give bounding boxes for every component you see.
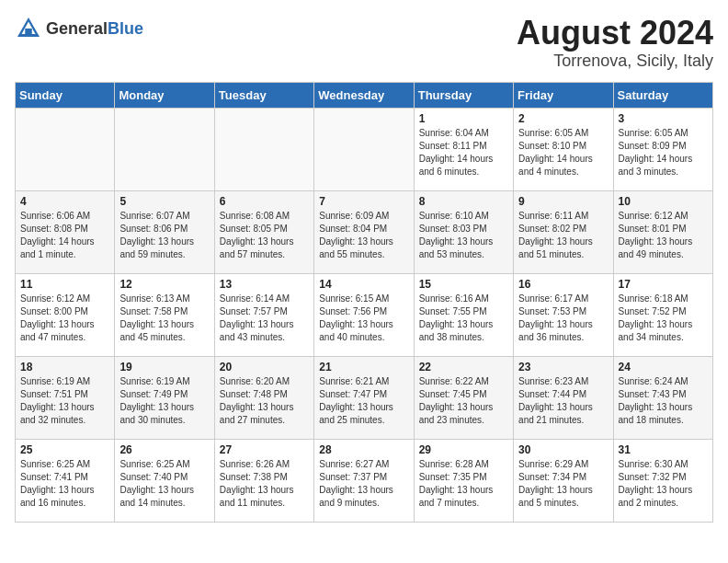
day-info: Sunrise: 6:16 AMSunset: 7:55 PMDaylight:…	[419, 293, 508, 344]
day-number: 16	[518, 278, 608, 291]
day-info: Sunrise: 6:23 AMSunset: 7:44 PMDaylight:…	[518, 375, 608, 427]
weekday-header-wednesday: Wednesday	[314, 82, 414, 108]
day-info: Sunrise: 6:29 AMSunset: 7:34 PMDaylight:…	[518, 458, 608, 510]
calendar-cell: 22Sunrise: 6:22 AMSunset: 7:45 PMDayligh…	[414, 356, 513, 439]
day-info: Sunrise: 6:12 AMSunset: 8:00 PMDaylight:…	[20, 293, 109, 344]
logo: GeneralBlue	[15, 15, 143, 42]
day-info: Sunrise: 6:19 AMSunset: 7:51 PMDaylight:…	[20, 375, 109, 427]
calendar-cell: 21Sunrise: 6:21 AMSunset: 7:47 PMDayligh…	[314, 356, 414, 439]
day-number: 14	[319, 278, 408, 291]
day-number: 3	[619, 112, 708, 125]
calendar-cell: 12Sunrise: 6:13 AMSunset: 7:58 PMDayligh…	[115, 273, 214, 356]
day-info: Sunrise: 6:13 AMSunset: 7:58 PMDaylight:…	[119, 293, 209, 344]
calendar-cell: 2Sunrise: 6:05 AMSunset: 8:10 PMDaylight…	[514, 108, 613, 190]
day-number: 26	[119, 443, 209, 456]
day-info: Sunrise: 6:25 AMSunset: 7:40 PMDaylight:…	[119, 458, 209, 510]
calendar-cell: 26Sunrise: 6:25 AMSunset: 7:40 PMDayligh…	[115, 439, 214, 522]
calendar-cell: 31Sunrise: 6:30 AMSunset: 7:32 PMDayligh…	[613, 439, 712, 522]
day-number: 6	[220, 195, 309, 208]
day-info: Sunrise: 6:26 AMSunset: 7:38 PMDaylight:…	[220, 458, 309, 510]
day-info: Sunrise: 6:28 AMSunset: 7:35 PMDaylight:…	[419, 458, 508, 510]
day-info: Sunrise: 6:15 AMSunset: 7:56 PMDaylight:…	[319, 293, 408, 344]
day-number: 4	[20, 195, 109, 208]
calendar-cell: 5Sunrise: 6:07 AMSunset: 8:06 PMDaylight…	[115, 190, 214, 273]
day-info: Sunrise: 6:19 AMSunset: 7:49 PMDaylight:…	[119, 375, 209, 427]
calendar-cell: 24Sunrise: 6:24 AMSunset: 7:43 PMDayligh…	[613, 356, 712, 439]
day-number: 15	[419, 278, 508, 291]
weekday-header-sunday: Sunday	[16, 82, 115, 108]
calendar-week-4: 18Sunrise: 6:19 AMSunset: 7:51 PMDayligh…	[16, 356, 713, 439]
calendar-cell: 29Sunrise: 6:28 AMSunset: 7:35 PMDayligh…	[414, 439, 513, 522]
day-info: Sunrise: 6:17 AMSunset: 7:53 PMDaylight:…	[518, 293, 608, 344]
month-title: August 2024	[517, 15, 713, 52]
day-number: 1	[419, 112, 508, 125]
calendar-cell: 14Sunrise: 6:15 AMSunset: 7:56 PMDayligh…	[314, 273, 414, 356]
day-info: Sunrise: 6:18 AMSunset: 7:52 PMDaylight:…	[619, 293, 708, 344]
calendar-cell: 28Sunrise: 6:27 AMSunset: 7:37 PMDayligh…	[314, 439, 414, 522]
day-number: 30	[518, 443, 608, 456]
weekday-header-tuesday: Tuesday	[214, 82, 313, 108]
calendar-cell: 27Sunrise: 6:26 AMSunset: 7:38 PMDayligh…	[214, 439, 313, 522]
weekday-header-row: SundayMondayTuesdayWednesdayThursdayFrid…	[16, 82, 713, 108]
calendar-cell: 6Sunrise: 6:08 AMSunset: 8:05 PMDaylight…	[214, 190, 313, 273]
location-title: Torrenova, Sicily, Italy	[517, 52, 713, 71]
logo-icon	[15, 15, 42, 42]
calendar-cell	[115, 108, 214, 190]
calendar-week-5: 25Sunrise: 6:25 AMSunset: 7:41 PMDayligh…	[16, 439, 713, 522]
calendar-cell: 10Sunrise: 6:12 AMSunset: 8:01 PMDayligh…	[613, 190, 712, 273]
day-number: 20	[220, 361, 309, 373]
calendar-cell: 15Sunrise: 6:16 AMSunset: 7:55 PMDayligh…	[414, 273, 513, 356]
day-info: Sunrise: 6:06 AMSunset: 8:08 PMDaylight:…	[20, 210, 109, 261]
day-info: Sunrise: 6:07 AMSunset: 8:06 PMDaylight:…	[119, 210, 209, 261]
day-info: Sunrise: 6:14 AMSunset: 7:57 PMDaylight:…	[220, 293, 309, 344]
day-number: 10	[619, 195, 708, 208]
calendar-week-1: 1Sunrise: 6:04 AMSunset: 8:11 PMDaylight…	[16, 108, 713, 190]
day-number: 13	[220, 278, 309, 291]
calendar-cell: 4Sunrise: 6:06 AMSunset: 8:08 PMDaylight…	[16, 190, 115, 273]
calendar-cell	[314, 108, 414, 190]
day-info: Sunrise: 6:12 AMSunset: 8:01 PMDaylight:…	[619, 210, 708, 261]
calendar-cell: 7Sunrise: 6:09 AMSunset: 8:04 PMDaylight…	[314, 190, 414, 273]
day-number: 25	[20, 443, 109, 456]
day-info: Sunrise: 6:08 AMSunset: 8:05 PMDaylight:…	[220, 210, 309, 261]
day-number: 11	[20, 278, 109, 291]
day-number: 29	[419, 443, 508, 456]
day-number: 31	[619, 443, 708, 456]
logo-text: GeneralBlue	[46, 19, 143, 39]
day-info: Sunrise: 6:20 AMSunset: 7:48 PMDaylight:…	[220, 375, 309, 427]
weekday-header-monday: Monday	[115, 82, 214, 108]
calendar-cell: 11Sunrise: 6:12 AMSunset: 8:00 PMDayligh…	[16, 273, 115, 356]
day-number: 18	[20, 361, 109, 373]
calendar-cell: 9Sunrise: 6:11 AMSunset: 8:02 PMDaylight…	[514, 190, 613, 273]
page-header: GeneralBlue August 2024 Torrenova, Sicil…	[15, 15, 713, 71]
day-number: 27	[220, 443, 309, 456]
day-number: 12	[119, 278, 209, 291]
svg-rect-3	[25, 29, 32, 37]
day-number: 17	[619, 278, 708, 291]
calendar-cell: 25Sunrise: 6:25 AMSunset: 7:41 PMDayligh…	[16, 439, 115, 522]
day-info: Sunrise: 6:05 AMSunset: 8:09 PMDaylight:…	[619, 127, 708, 178]
calendar-week-2: 4Sunrise: 6:06 AMSunset: 8:08 PMDaylight…	[16, 190, 713, 273]
day-info: Sunrise: 6:09 AMSunset: 8:04 PMDaylight:…	[319, 210, 408, 261]
day-info: Sunrise: 6:05 AMSunset: 8:10 PMDaylight:…	[518, 127, 608, 178]
calendar-cell: 20Sunrise: 6:20 AMSunset: 7:48 PMDayligh…	[214, 356, 313, 439]
calendar-cell: 3Sunrise: 6:05 AMSunset: 8:09 PMDaylight…	[613, 108, 712, 190]
calendar-table: SundayMondayTuesdayWednesdayThursdayFrid…	[15, 82, 713, 523]
day-info: Sunrise: 6:04 AMSunset: 8:11 PMDaylight:…	[419, 127, 508, 178]
day-info: Sunrise: 6:27 AMSunset: 7:37 PMDaylight:…	[319, 458, 408, 510]
day-info: Sunrise: 6:30 AMSunset: 7:32 PMDaylight:…	[619, 458, 708, 510]
title-block: August 2024 Torrenova, Sicily, Italy	[517, 15, 713, 71]
calendar-cell: 17Sunrise: 6:18 AMSunset: 7:52 PMDayligh…	[613, 273, 712, 356]
day-info: Sunrise: 6:22 AMSunset: 7:45 PMDaylight:…	[419, 375, 508, 427]
day-number: 23	[518, 361, 608, 373]
calendar-cell: 8Sunrise: 6:10 AMSunset: 8:03 PMDaylight…	[414, 190, 513, 273]
day-number: 7	[319, 195, 408, 208]
calendar-cell: 30Sunrise: 6:29 AMSunset: 7:34 PMDayligh…	[514, 439, 613, 522]
calendar-cell	[16, 108, 115, 190]
day-number: 19	[119, 361, 209, 373]
day-number: 22	[419, 361, 508, 373]
day-info: Sunrise: 6:10 AMSunset: 8:03 PMDaylight:…	[419, 210, 508, 261]
calendar-cell: 1Sunrise: 6:04 AMSunset: 8:11 PMDaylight…	[414, 108, 513, 190]
calendar-cell: 13Sunrise: 6:14 AMSunset: 7:57 PMDayligh…	[214, 273, 313, 356]
calendar-week-3: 11Sunrise: 6:12 AMSunset: 8:00 PMDayligh…	[16, 273, 713, 356]
